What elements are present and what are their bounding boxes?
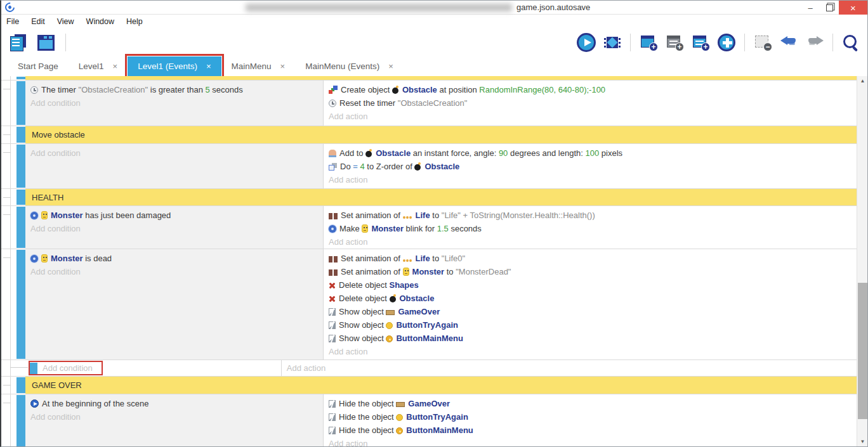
action-line[interactable]: Show object ButtonMainMenu (324, 332, 857, 345)
action-placeholder[interactable]: Add action (324, 110, 857, 123)
action-placeholder[interactable]: Add action (324, 173, 857, 186)
action-line[interactable]: Make Monster blink for 1.5 seconds (324, 222, 857, 235)
event-bar (16, 77, 25, 79)
toolbar-button-add-comment-icon[interactable]: + (689, 31, 712, 54)
action-line[interactable]: Delete object Obstacle (324, 292, 857, 305)
event-bar (16, 377, 25, 393)
action-line[interactable]: Hide the object GameOver (324, 397, 857, 410)
action-placeholder[interactable]: Add action (324, 235, 857, 249)
menu-item-help[interactable]: Help (126, 17, 143, 26)
toolbar-button-debug-icon[interactable] (601, 31, 624, 54)
condition-line[interactable]: Monster has just been damaged (25, 209, 323, 222)
tab-mainmenu-events[interactable]: MainMenu (Events)× (295, 56, 404, 76)
condition-line[interactable]: At the beginning of the scene (25, 397, 323, 410)
anim-icon (329, 256, 338, 262)
action-placeholder[interactable]: Add action (324, 437, 857, 446)
toolbar-button-undo-icon[interactable] (777, 31, 800, 54)
toolbar-button-play-icon[interactable] (575, 31, 598, 54)
add-action-placeholder[interactable]: Add action (282, 361, 857, 375)
scroll-up-arrow-icon[interactable]: ▲ (857, 76, 868, 86)
text-segment: Add condition (30, 98, 81, 108)
action-line[interactable]: Show object ButtonTryAgain (324, 318, 857, 332)
toolbar-button-project-manager-icon[interactable] (6, 31, 29, 54)
toolbar-button-add-subevent-icon[interactable]: + (663, 31, 686, 54)
action-placeholder[interactable]: Add action (324, 345, 857, 358)
minimize-button[interactable]: – (801, 1, 820, 15)
menu-item-edit[interactable]: Edit (31, 17, 45, 26)
tab-level1[interactable]: Level1× (69, 56, 128, 76)
close-button[interactable]: × (839, 1, 867, 15)
group-header-label[interactable]: HEALTH (25, 189, 857, 205)
condition-line[interactable]: The timer "ObstacleCreation" is greater … (25, 83, 323, 96)
condition-placeholder[interactable]: Add condition (25, 410, 323, 424)
condition-line[interactable]: Monster is dead (25, 252, 323, 265)
menu-item-window[interactable]: Window (86, 17, 114, 26)
action-line[interactable]: Hide the object ButtonTryAgain (324, 410, 857, 424)
add-circle-icon (718, 34, 735, 51)
action-line[interactable]: Add to Obstacle an instant force, angle:… (324, 146, 857, 160)
condition-placeholder[interactable]: Add condition (25, 146, 323, 160)
action-line[interactable]: Reset the timer "ObstacleCreation" (324, 96, 857, 110)
tab-mainmenu[interactable]: MainMenu× (221, 56, 296, 76)
toolbar-button-remove-event-icon[interactable]: − (751, 31, 774, 54)
menu-item-file[interactable]: File (6, 17, 19, 26)
restore-button[interactable] (820, 1, 839, 15)
visibility-icon (329, 335, 336, 342)
text-segment: Set animation of (341, 254, 403, 263)
tab-level1-events[interactable]: Level1 (Events)× (128, 56, 221, 76)
menu-item-view[interactable]: View (57, 17, 74, 26)
tab-label: MainMenu (Events) (305, 62, 379, 71)
obscured-title-text (246, 4, 512, 11)
tab-start-page[interactable]: Start Page (8, 56, 69, 76)
actions-cell: Add to Obstacle an instant force, angle:… (324, 144, 857, 188)
toolbar-button-add-event-icon[interactable]: + (637, 31, 660, 54)
condition-placeholder[interactable]: Add condition (25, 265, 323, 278)
condition-placeholder[interactable]: Add condition (25, 96, 323, 110)
action-line[interactable]: Set animation of Life to "Life" + ToStri… (324, 209, 857, 222)
toolbar-button-add-circle-icon[interactable] (715, 31, 738, 54)
action-line[interactable]: Set animation of Monster to "MonsterDead… (324, 265, 857, 278)
action-line[interactable]: Delete object Shapes (324, 278, 857, 292)
add-condition-placeholder[interactable]: Add condition (43, 363, 93, 373)
actions-cell: Set animation of Life to "Life" + ToStri… (324, 206, 857, 249)
tree-connector (3, 197, 11, 198)
actions-cell: Set animation of Life to "Life0"Set anim… (324, 249, 857, 360)
conditions-cell: Monster has just been damagedAdd conditi… (25, 206, 324, 249)
text-segment: Add action (329, 175, 367, 185)
group-header-label[interactable]: GAME OVER (25, 377, 857, 394)
scroll-down-arrow-icon[interactable]: ▼ (857, 437, 868, 446)
text-segment: Monster (412, 267, 445, 276)
toolbar-button-search-icon[interactable] (839, 31, 862, 54)
tab-close-icon[interactable]: × (113, 62, 118, 71)
text-segment: to (430, 254, 442, 263)
gear-icon (30, 212, 38, 219)
action-line[interactable]: Hide the object ButtonMainMenu (324, 424, 857, 437)
toolbar-button-redo-icon[interactable] (803, 31, 826, 54)
text-segment: Add action (329, 439, 367, 446)
highlighted-add-condition[interactable]: Add condition (29, 361, 103, 375)
life-icon (403, 215, 412, 219)
group-header-label[interactable]: Move obstacle (25, 126, 857, 143)
action-line[interactable]: Show object GameOver (324, 305, 857, 318)
action-line[interactable]: Set animation of Life to "Life0" (324, 252, 857, 265)
toolbar-button-scene-window-icon[interactable] (34, 31, 57, 54)
vertical-scrollbar[interactable]: ▲ ▼ (857, 76, 867, 446)
text-segment: ButtonTryAgain (406, 412, 468, 422)
action-line[interactable]: Do = 4 to Z-order of Obstacle (324, 160, 857, 173)
tab-close-icon[interactable]: × (388, 62, 393, 71)
text-segment: GameOver (408, 399, 450, 408)
condition-placeholder[interactable]: Add condition (25, 222, 323, 235)
text-segment: Monster (371, 224, 404, 233)
scrollbar-thumb[interactable] (858, 283, 867, 419)
toolbar: +++− (1, 29, 867, 56)
tab-close-icon[interactable]: × (280, 62, 286, 71)
tree-connector (3, 89, 11, 89)
actions-cell: Hide the object GameOverHide the object … (324, 394, 857, 446)
tab-close-icon[interactable]: × (206, 62, 211, 71)
monster-icon (403, 268, 409, 276)
text-segment: Create object (341, 85, 392, 94)
text-segment: to (430, 211, 442, 220)
action-line[interactable]: Create object Obstacle at position Rando… (324, 83, 857, 96)
monster-icon (41, 254, 48, 262)
event-gutter (1, 126, 16, 143)
